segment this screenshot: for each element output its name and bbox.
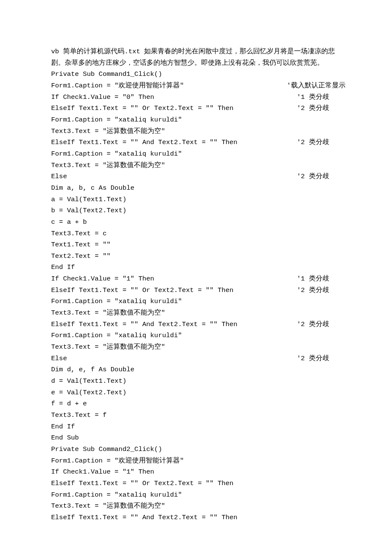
code-line: 剧。杂草多的地方庄稼少，空话多的地方智慧少。即使路上没有花朵，我仍可以欣赏荒芜。 <box>51 58 341 69</box>
code-line: Form1.Caption = "xataliq kuruldi" <box>51 296 341 307</box>
code-line: Dim d, e, f As Double <box>51 364 341 376</box>
code-line: Text3.Text = c <box>51 228 341 240</box>
code-line: Else '2 类分歧 <box>51 171 341 182</box>
code-line: ElseIf Text1.Text = "" Or Text2.Text = "… <box>51 285 341 296</box>
code-line: Text3.Text = "运算数值不能为空" <box>51 307 341 319</box>
document-page: vb 简单的计算机源代码.txt 如果青春的时光在闲散中度过，那么回忆岁月将是一… <box>0 0 392 555</box>
code-line: d = Val(Text1.Text) <box>51 376 341 387</box>
code-line: If Check1.Value = "1" Then <box>51 466 341 478</box>
code-line: vb 简单的计算机源代码.txt 如果青春的时光在闲散中度过，那么回忆岁月将是一… <box>51 46 341 58</box>
code-line: e = Val(Text2.Text) <box>51 387 341 399</box>
code-line: Text3.Text = "运算数值不能为空" <box>51 160 341 171</box>
code-line: f = d + e <box>51 398 341 410</box>
code-line: Form1.Caption = "xataliq kuruldi" <box>51 114 341 126</box>
code-line: Else '2 类分歧 <box>51 353 341 364</box>
code-line: Private Sub Command2_Click() <box>51 444 341 455</box>
code-line: Form1.Caption = "xataliq kuruldi" <box>51 489 341 501</box>
code-line: ElseIf Text1.Text = "" And Text2.Text = … <box>51 512 341 523</box>
code-line: End If <box>51 262 341 273</box>
code-line: End Sub <box>51 432 341 444</box>
code-line: If Check1.Value = "1" Then '1 类分歧 <box>51 273 341 285</box>
code-line: Private Sub Command1_Click() <box>51 69 341 80</box>
code-line: Text3.Text = f <box>51 410 341 421</box>
code-line: a = Val(Text1.Text) <box>51 194 341 205</box>
code-line: Text3.Text = "运算数值不能为空" <box>51 126 341 137</box>
code-line: Text2.Text = "" <box>51 251 341 262</box>
code-line: ElseIf Text1.Text = "" Or Text2.Text = "… <box>51 478 341 489</box>
code-line: b = Val(Text2.Text) <box>51 205 341 217</box>
code-line: Form1.Caption = "欢迎使用智能计算器" '载入默认正常显示 <box>51 80 341 92</box>
code-line: Form1.Caption = "欢迎使用智能计算器" <box>51 455 341 467</box>
code-line: Text3.Text = "运算数值不能为空" <box>51 500 341 512</box>
code-line: c = a + b <box>51 217 341 228</box>
code-line: Dim a, b, c As Double <box>51 182 341 194</box>
code-line: ElseIf Text1.Text = "" And Text2.Text = … <box>51 137 341 148</box>
code-line: Form1.Caption = "xataliq kuruldi" <box>51 330 341 341</box>
code-line: ElseIf Text1.Text = "" Or Text2.Text = "… <box>51 103 341 114</box>
code-line: Form1.Caption = "xataliq kuruldi" <box>51 148 341 160</box>
code-line: Text3.Text = "运算数值不能为空" <box>51 341 341 353</box>
code-line: If Check1.Value = "0" Then '1 类分歧 <box>51 92 341 103</box>
code-line: End If <box>51 421 341 433</box>
code-line: ElseIf Text1.Text = "" And Text2.Text = … <box>51 319 341 330</box>
code-line: Text1.Text = "" <box>51 239 341 251</box>
